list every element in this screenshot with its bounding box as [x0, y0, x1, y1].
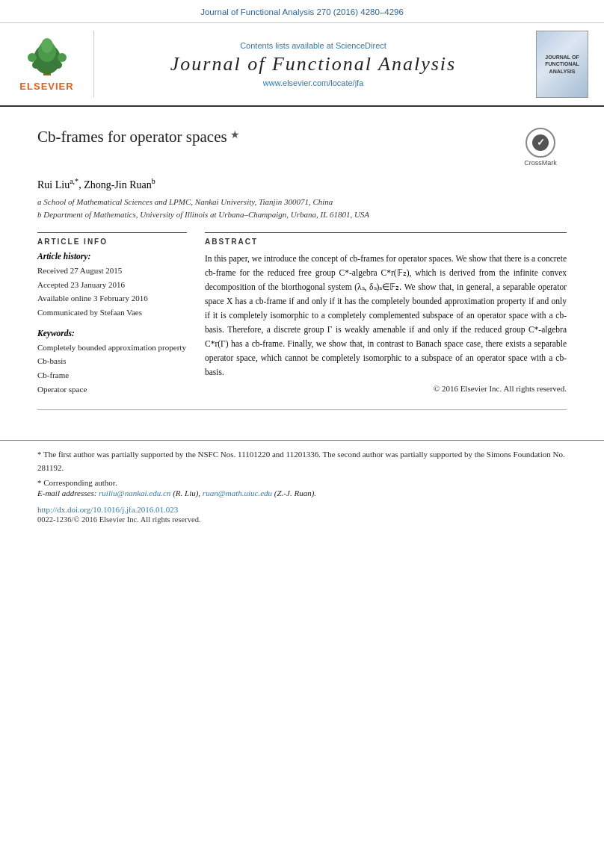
- doi-line: http://dx.doi.org/10.1016/j.jfa.2016.01.…: [37, 505, 567, 514]
- author1-super: a,*: [70, 177, 78, 185]
- article-title: Cb-frames for operator spaces: [37, 128, 227, 146]
- main-content: Cb-frames for operator spaces★ ✓ CrossMa…: [0, 107, 604, 425]
- article-title-row: Cb-frames for operator spaces★ ✓ CrossMa…: [37, 128, 567, 167]
- keyword-2: Cb-basis: [37, 354, 187, 368]
- journal-cover-box: JOURNAL OFFUNCTIONALANALYSIS: [532, 31, 592, 98]
- contents-line: Contents lists available at ScienceDirec…: [240, 41, 386, 50]
- abstract-text: In this paper, we introduce the concept …: [205, 252, 567, 379]
- star-footnote-icon: ★: [230, 129, 240, 140]
- elsevier-brand: ELSEVIER: [19, 81, 73, 92]
- footnote-support: * The first author was partially support…: [37, 448, 567, 474]
- communicated-line: Communicated by Stefaan Vaes: [37, 306, 187, 320]
- journal-title-center: Contents lists available at ScienceDirec…: [106, 31, 520, 98]
- email-line: E-mail addresses: ruiliu@nankai.edu.cn (…: [37, 489, 567, 497]
- email-label: E-mail addresses:: [37, 489, 99, 497]
- svg-point-7: [55, 61, 62, 69]
- copyright-line: © 2016 Elsevier Inc. All rights reserved…: [205, 384, 567, 393]
- crossmark-box: ✓ CrossMark: [514, 128, 567, 167]
- corresponding-author: * Corresponding author.: [37, 478, 567, 487]
- affiliation-a: a School of Mathematical Sciences and LP…: [37, 196, 567, 209]
- author1-name: Rui Liu: [37, 179, 70, 190]
- svg-point-6: [32, 61, 40, 69]
- elsevier-logo-box: ELSEVIER: [12, 31, 94, 98]
- crossmark-inner: ✓: [532, 134, 549, 151]
- journal-ref-bar: Journal of Functional Analysis 270 (2016…: [0, 0, 604, 23]
- available-line: Available online 3 February 2016: [37, 291, 187, 306]
- doi-link[interactable]: http://dx.doi.org/10.1016/j.jfa.2016.01.…: [37, 505, 178, 514]
- history-title: Article history:: [37, 252, 187, 261]
- crossmark-circle: ✓: [526, 128, 555, 158]
- keywords-title: Keywords:: [37, 329, 187, 338]
- email2-author: (Z.-J. Ruan).: [272, 489, 316, 497]
- elsevier-tree-icon: [21, 37, 73, 78]
- journal-name-big: Journal of Functional Analysis: [170, 53, 456, 75]
- email1-author: (R. Liu),: [170, 489, 202, 497]
- abstract-heading: ABSTRACT: [205, 238, 567, 246]
- sciencedirect-link[interactable]: ScienceDirect: [336, 41, 386, 50]
- journal-url[interactable]: www.elsevier.com/locate/jfa: [263, 78, 364, 87]
- svg-point-5: [58, 53, 67, 62]
- abstract-col: ABSTRACT In this paper, we introduce the…: [205, 232, 567, 397]
- email2-link[interactable]: ruan@math.uiuc.edu: [203, 489, 272, 497]
- journal-cover-thumb: JOURNAL OFFUNCTIONALANALYSIS: [536, 31, 588, 98]
- contents-prefix: Contents lists available at: [240, 41, 336, 50]
- affiliation-b: b Department of Mathematics, University …: [37, 208, 567, 222]
- journal-ref-link[interactable]: Journal of Functional Analysis 270 (2016…: [200, 7, 404, 16]
- article-info-col: ARTICLE INFO Article history: Received 2…: [37, 232, 187, 397]
- keyword-4: Operator space: [37, 382, 187, 397]
- two-column-layout: ARTICLE INFO Article history: Received 2…: [37, 232, 567, 397]
- keyword-1: Completely bounded approximation propert…: [37, 341, 187, 355]
- accepted-line: Accepted 23 January 2016: [37, 278, 187, 292]
- svg-point-4: [28, 53, 37, 62]
- section-divider: [37, 409, 567, 410]
- journal-header: ELSEVIER Contents lists available at Sci…: [0, 23, 604, 107]
- issn-line: 0022-1236/© 2016 Elsevier Inc. All right…: [37, 515, 567, 524]
- keyword-3: Cb-frame: [37, 368, 187, 382]
- svg-point-3: [41, 38, 53, 53]
- email1-link[interactable]: ruiliu@nankai.edu.cn: [99, 489, 170, 497]
- footer-area: * The first author was partially support…: [0, 440, 604, 530]
- author2-name: Zhong-Jin Ruan: [84, 179, 152, 190]
- author2-super: b: [152, 177, 155, 185]
- article-info-heading: ARTICLE INFO: [37, 238, 187, 246]
- crossmark-label: CrossMark: [524, 159, 557, 167]
- affiliations: a School of Mathematical Sciences and LP…: [37, 196, 567, 222]
- article-title-container: Cb-frames for operator spaces★: [37, 128, 240, 146]
- authors-line: Rui Liua,*, Zhong-Jin Ruanb: [37, 177, 567, 191]
- received-line: Received 27 August 2015: [37, 264, 187, 278]
